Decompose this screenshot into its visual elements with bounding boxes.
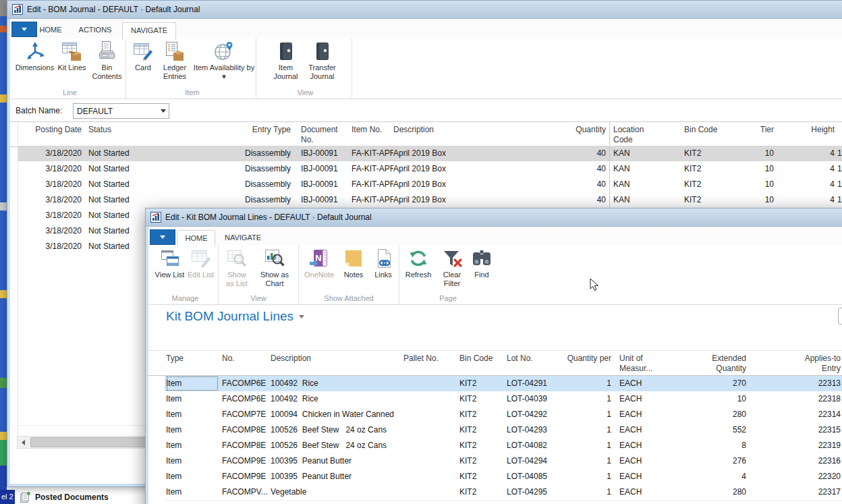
ribbon-group-page-label: Page <box>439 294 457 304</box>
kit-bom-titlebar[interactable]: Edit - Kit BOM Journal Lines - DEFAULT ·… <box>146 208 842 227</box>
col-description[interactable]: Description <box>271 354 395 364</box>
tab-actions[interactable]: ACTIONS <box>74 22 117 38</box>
show-as-chart-button[interactable]: Show as Chart <box>254 248 296 289</box>
onenote-label: OneNote <box>300 271 338 289</box>
col-lot-no[interactable]: Lot No. <box>507 354 555 364</box>
col-bin-code[interactable]: Bin Code <box>684 125 741 135</box>
col-description[interactable]: Description <box>393 125 515 135</box>
cell-type: Item <box>166 376 219 391</box>
cell-pallet-no <box>399 407 439 422</box>
bin-contents-label: Bin Contents <box>88 63 126 82</box>
show-as-list-button[interactable]: Show as List <box>221 248 252 289</box>
card-icon <box>132 40 154 62</box>
cell-tier: 10 <box>741 177 774 192</box>
cell-description: 100395 Peanut Butter <box>271 453 399 469</box>
col-bin-code[interactable]: Bin Code <box>459 354 501 364</box>
col-pallet-no[interactable]: Pallet No. <box>399 354 439 364</box>
col-posting-date[interactable]: Posting Date <box>28 125 82 135</box>
table-row[interactable]: 3/18/2020 Not Started Disassembly IBJ-00… <box>18 177 842 193</box>
dropdown-arrow-icon[interactable] <box>157 104 169 118</box>
kit-lines-label: Kit Lines <box>57 63 87 82</box>
table-row[interactable]: Item FACOMP9E 100395 Peanut Butter KIT2 … <box>165 469 842 485</box>
cell-status: Not Started <box>88 192 183 208</box>
col-document-no[interactable]: Document No. <box>301 125 347 145</box>
onenote-icon: N <box>308 248 330 269</box>
find-button[interactable]: Find <box>468 248 495 289</box>
col-status[interactable]: Status <box>88 125 183 135</box>
item-journal-button[interactable]: Item Journal <box>270 40 302 82</box>
col-unit-of-measure[interactable]: Unit of Measur... <box>619 354 658 374</box>
cell-lot-no: LOT-04082 <box>507 438 558 453</box>
col-applies-to-entry[interactable]: Applies-to Entry <box>789 354 841 374</box>
tab-navigate[interactable]: NAVIGATE <box>218 230 268 246</box>
col-extended-quantity[interactable]: Extended Quantity <box>695 354 746 374</box>
table-row[interactable]: 3/18/2020 Not Started Disassembly IBJ-00… <box>18 192 842 208</box>
cell-height: 4 <box>777 177 835 192</box>
notes-button[interactable]: Notes <box>339 248 368 289</box>
col-height[interactable]: Height <box>777 125 835 135</box>
cell-entry-type: Disassembly <box>196 146 291 161</box>
cell-description: Vegetable <box>271 484 399 500</box>
tab-home[interactable]: HOME <box>33 22 68 38</box>
cell-applies-to-entry: 22317 <box>789 484 841 500</box>
table-row[interactable]: Item FACOMP6E 100492 Rice KIT2 LOT-04291… <box>165 376 842 392</box>
cell-location-code: KAN <box>613 161 677 177</box>
transfer-journal-button[interactable]: Transfer Journal <box>304 40 341 82</box>
card-button[interactable]: Card <box>130 40 157 82</box>
clear-filter-button[interactable]: Clear Filter <box>437 248 467 289</box>
col-type[interactable]: Type <box>166 354 217 364</box>
refresh-button[interactable]: Refresh <box>401 248 436 289</box>
table-row[interactable]: Item FACOMP9E 100395 Peanut Butter KIT2 … <box>165 453 842 470</box>
table-row[interactable]: 3/18/2020 Not Started Disassembly IBJ-00… <box>18 146 842 162</box>
dimensions-button[interactable]: Dimensions <box>14 40 56 82</box>
edit-list-button[interactable]: Edit List <box>186 248 216 289</box>
cell-document-no: IBJ-00091 <box>301 177 348 192</box>
col-entry-type[interactable]: Entry Type <box>196 125 291 135</box>
cell-bin-code: KIT2 <box>459 438 501 453</box>
cell-item-no: FA-KIT-APR-B <box>352 177 393 192</box>
search-box-partial[interactable] <box>838 308 842 325</box>
cell-height: 4 <box>777 161 835 177</box>
show-as-list-label: Show as List <box>223 271 250 289</box>
table-row[interactable]: Item FACOMP8E 100526 Beef Stew 24 oz Can… <box>165 438 842 454</box>
application-menu-button[interactable] <box>150 229 175 245</box>
col-no[interactable]: No. <box>222 354 266 364</box>
table-row[interactable]: Item FACOMP8E 100526 Beef Stew 24 oz Can… <box>165 422 842 439</box>
tab-home[interactable]: HOME <box>177 230 215 248</box>
mouse-cursor <box>590 278 599 291</box>
bin-contents-button[interactable]: Bin Contents <box>88 40 126 82</box>
table-row[interactable]: Item FACOMPV... Vegetable KIT2 LOT-04295… <box>165 484 842 501</box>
col-location-code[interactable]: Location Code <box>613 125 654 145</box>
page-title[interactable]: Kit BOM Journal Lines <box>166 309 304 324</box>
col-tier[interactable]: Tier <box>741 125 774 135</box>
item-availability-label: Item Availability by ▾ <box>193 63 255 82</box>
cell-location-code: KAN <box>613 177 677 192</box>
col-quantity[interactable]: Quantity <box>520 125 606 135</box>
cell-tier: 10 <box>741 146 774 161</box>
item-availability-by-button[interactable]: Item Availability by ▾ <box>193 40 255 82</box>
posted-documents-item[interactable]: Posted Documents <box>19 491 109 503</box>
cell-pallet-no <box>399 469 439 484</box>
kit-lines-button[interactable]: Kit Lines <box>57 40 87 82</box>
table-row[interactable]: Item FACOMP6E 100492 Rice KIT2 LOT-04039… <box>165 391 842 408</box>
ribbon-group-view-label: View <box>298 88 314 99</box>
view-list-button[interactable]: View List <box>155 248 185 289</box>
bom-ribbon: Dimensions Kit Lines <box>10 38 842 99</box>
cell-unit-of-measure: EACH <box>619 438 663 453</box>
cell-quantity-per: 1 <box>560 469 611 484</box>
table-row[interactable]: Item FACOMP7E 100094 Chicken in Water Ca… <box>165 407 842 423</box>
table-row[interactable]: 3/18/2020 Not Started Disassembly IBJ-00… <box>18 161 842 177</box>
cell-bin-code: KIT2 <box>459 453 501 469</box>
tab-navigate[interactable]: NAVIGATE <box>122 22 176 40</box>
ribbon-group-item-label: Item <box>185 88 199 99</box>
scroll-left-arrow[interactable] <box>18 437 28 447</box>
kit-lines-icon <box>61 40 83 62</box>
bom-journal-titlebar[interactable]: Edit - BOM Journal - DEFAULT · Default J… <box>7 1 842 19</box>
batch-name-select[interactable]: DEFAULT <box>73 103 169 119</box>
col-quantity-per[interactable]: Quantity per <box>560 354 611 364</box>
col-item-no[interactable]: Item No. <box>352 125 392 135</box>
cell-extended-quantity: 8 <box>695 438 746 453</box>
links-button[interactable]: Links <box>369 248 397 289</box>
onenote-button[interactable]: N OneNote <box>300 248 338 289</box>
ledger-entries-button[interactable]: Ledger Entries <box>158 40 192 82</box>
